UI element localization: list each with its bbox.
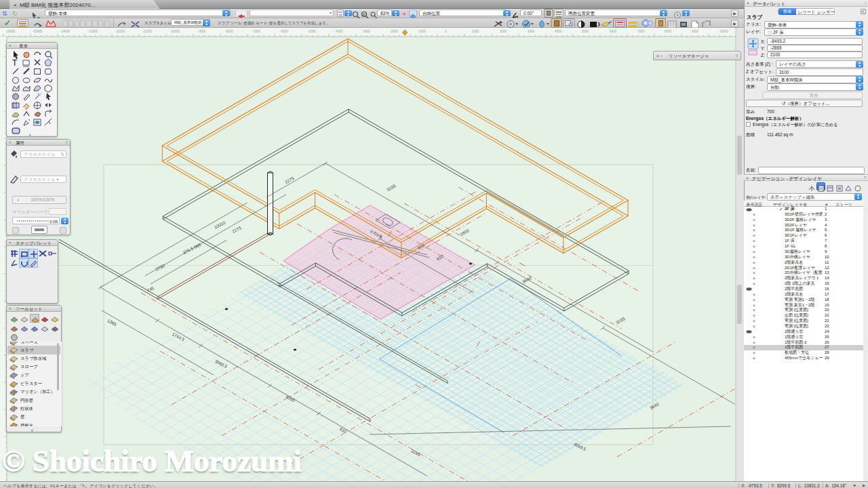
svg-text:-8000: -8000 — [225, 30, 233, 33]
svg-text:4000: 4000 — [555, 30, 562, 33]
svg-text:10000: 10000 — [719, 30, 728, 33]
svg-text:-15000: -15000 — [33, 30, 43, 33]
svg-text:-3000: -3000 — [362, 30, 370, 33]
svg-text:-2000: -2000 — [390, 30, 398, 33]
svg-text:-1000: -1000 — [418, 30, 426, 33]
svg-text:-7000: -7000 — [252, 30, 260, 33]
svg-text:-4000: -4000 — [335, 30, 343, 33]
svg-text:-9000: -9000 — [198, 30, 206, 33]
svg-text:2000: 2000 — [500, 30, 507, 33]
svg-text:1000: 1000 — [472, 30, 479, 33]
svg-text:-6000: -6000 — [280, 30, 288, 33]
svg-text:3000: 3000 — [528, 30, 535, 33]
svg-text:8000: 8000 — [665, 30, 672, 33]
svg-text:-10000: -10000 — [170, 30, 180, 33]
svg-text:5000: 5000 — [582, 30, 589, 33]
svg-text:9000: 9000 — [692, 30, 699, 33]
svg-text:-13000: -13000 — [88, 30, 98, 33]
svg-text:7000: 7000 — [637, 30, 645, 33]
svg-text:-16000: -16000 — [5, 30, 16, 33]
svg-text:-5000: -5000 — [308, 30, 316, 33]
svg-text:-14000: -14000 — [60, 30, 71, 33]
svg-text:-12000: -12000 — [115, 30, 125, 33]
svg-text:-11000: -11000 — [142, 30, 152, 33]
svg-text:6000: 6000 — [610, 30, 617, 33]
svg-text:R: R — [363, 12, 366, 16]
